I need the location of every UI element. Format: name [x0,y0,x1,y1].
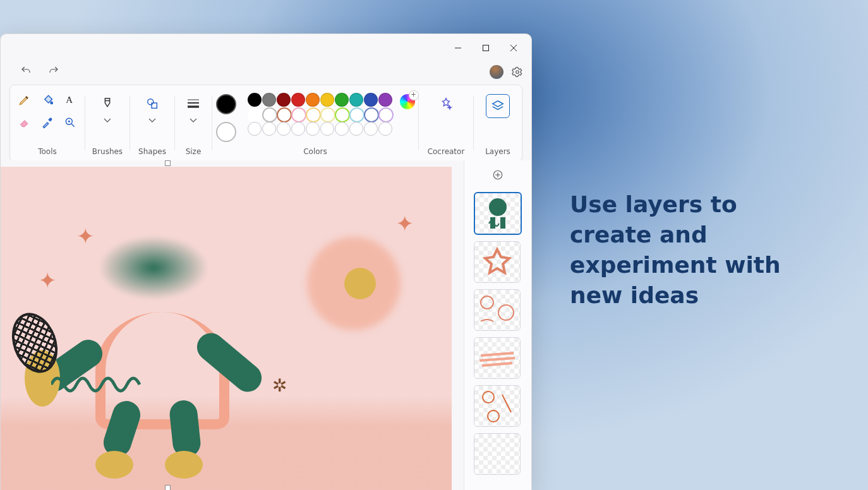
svg-point-29 [483,391,494,403]
svg-line-26 [481,353,514,356]
user-avatar[interactable] [490,65,503,79]
group-brushes: Brushes [85,89,130,157]
fill-tool[interactable] [37,89,58,111]
current-color-2[interactable] [216,122,236,142]
quick-access-toolbar [18,63,61,78]
add-layer-button[interactable] [469,164,526,186]
color-swatch[interactable] [248,107,263,122]
svg-text:A: A [66,95,73,105]
svg-point-30 [488,410,499,422]
color-swatch[interactable] [335,93,349,107]
current-color-1[interactable] [216,94,236,114]
cocreator-button[interactable] [435,93,457,114]
edit-colors-button[interactable] [400,94,415,109]
group-label: Layers [485,147,510,157]
group-colors: Colors [212,89,418,157]
color-swatch[interactable] [262,107,277,122]
color-swatch[interactable] [364,107,379,122]
color-swatch[interactable] [306,93,320,107]
layer-thumb[interactable] [474,289,521,331]
titlebar [1,34,531,62]
color-swatch-empty[interactable] [306,122,320,136]
settings-button[interactable] [510,64,525,80]
marketing-headline: Use layers to create and experiment with… [570,189,823,311]
color-swatch-empty[interactable] [364,122,378,136]
group-label: Cocreator [428,147,465,157]
chevron-down-icon[interactable] [189,117,198,123]
close-button[interactable] [500,37,527,59]
color-swatch-empty[interactable] [378,122,392,136]
resize-handle[interactable] [165,160,171,166]
group-cocreator: Cocreator [419,89,473,157]
color-swatch[interactable] [291,93,305,107]
svg-point-7 [49,118,51,120]
color-swatch[interactable] [262,93,276,107]
color-swatch-empty[interactable] [262,122,276,136]
redo-button[interactable] [46,63,61,78]
shapes-button[interactable] [142,93,163,114]
layers-button[interactable] [486,94,510,118]
group-label: Size [186,147,202,157]
size-button[interactable] [183,93,204,114]
canvas[interactable]: ✦ ✦ ✦ ✲ [1,167,452,490]
pencil-tool[interactable] [14,89,35,111]
color-swatch[interactable] [349,93,363,107]
color-swatch[interactable] [277,107,292,122]
color-swatch[interactable] [378,93,392,107]
group-tools: A Tools [10,89,85,157]
layer-thumb[interactable] [474,241,521,283]
text-tool[interactable]: A [59,89,81,111]
workspace: ✦ ✦ ✦ ✲ [1,160,531,490]
ribbon: A Tools Brushes Shapes [9,85,522,162]
group-size: Size [175,89,212,157]
group-label: Colors [303,147,327,157]
resize-handle[interactable] [165,485,171,490]
layer-thumb[interactable] [474,433,521,475]
color-swatch-empty[interactable] [349,122,363,136]
svg-point-25 [498,305,514,320]
chevron-down-icon[interactable] [148,117,157,123]
maximize-button[interactable] [472,37,500,59]
layers-panel [464,160,531,490]
svg-line-31 [502,395,511,412]
group-label: Tools [38,147,57,157]
profile-bar [490,64,525,80]
svg-rect-22 [490,217,495,229]
color-swatch-empty[interactable] [320,122,334,136]
svg-rect-23 [500,217,505,229]
svg-point-4 [516,71,519,74]
layer-list [474,192,522,475]
svg-point-24 [481,296,493,309]
layer-thumb[interactable] [474,385,521,427]
color-swatch[interactable] [378,107,394,122]
canvas-viewport[interactable]: ✦ ✦ ✦ ✲ [1,160,464,490]
group-label: Brushes [92,147,123,157]
color-swatch[interactable] [320,107,335,122]
eraser-tool[interactable] [14,112,35,133]
color-swatch[interactable] [364,93,378,107]
color-swatch-empty[interactable] [248,122,262,136]
color-picker-tool[interactable] [37,112,58,133]
color-swatch-empty[interactable] [335,122,349,136]
artwork: ✦ ✦ ✦ ✲ [1,167,452,490]
layer-thumb[interactable] [474,192,522,235]
color-swatch[interactable] [320,93,334,107]
group-layers: Layers [474,89,522,157]
magnifier-tool[interactable] [59,112,81,133]
color-swatch[interactable] [349,107,365,122]
undo-button[interactable] [18,63,33,78]
color-swatch[interactable] [291,107,306,122]
color-swatch[interactable] [248,93,262,107]
color-swatch[interactable] [306,107,321,122]
brushes-button[interactable] [97,93,118,114]
color-swatch[interactable] [335,107,350,122]
svg-line-28 [482,363,512,366]
minimize-button[interactable] [444,37,472,59]
color-swatch-empty[interactable] [277,122,291,136]
group-label: Shapes [138,147,166,157]
layer-thumb[interactable] [474,337,521,379]
svg-line-9 [72,124,75,127]
chevron-down-icon[interactable] [103,117,112,123]
color-swatch[interactable] [277,93,291,107]
color-swatch-empty[interactable] [291,122,305,136]
